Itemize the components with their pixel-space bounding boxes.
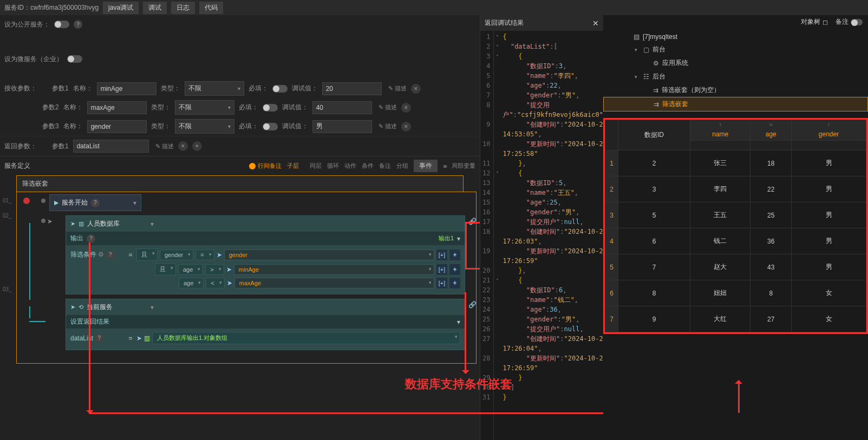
param-type-select[interactable]: 不限 — [175, 100, 234, 115]
cursor-icon: ➤ — [227, 279, 232, 287]
close-icon[interactable]: ✕ — [592, 19, 599, 28]
help-icon[interactable]: ? — [74, 20, 82, 29]
play-icon: ▶ — [54, 199, 58, 206]
param-type-select[interactable]: 不限 — [185, 81, 244, 96]
public-service-toggle[interactable] — [54, 21, 69, 28]
return-param-name-input[interactable] — [73, 140, 149, 153]
db-node[interactable]: ➤ ▥ 人员数据库 ▾ 输出 ? 输出1 ▾ 筛选条件 ⚙ ? — [66, 215, 465, 294]
param-debug-input[interactable] — [312, 101, 372, 114]
cursor-icon: ➤ — [226, 266, 232, 273]
group-tab[interactable]: 分组 — [396, 162, 408, 170]
service-def-bar: 服务定义 行间备注 子层 同层 循环 动作 条件 备注 分组 事件 ››› 局部… — [0, 156, 480, 175]
event-button[interactable]: 事件 — [414, 160, 438, 172]
param-required-toggle[interactable] — [272, 85, 288, 93]
note-tab[interactable]: 备注 — [379, 162, 391, 170]
group-button[interactable]: [+] — [436, 249, 447, 260]
group-button[interactable]: [+] — [436, 278, 447, 288]
tree-label: 后台 — [652, 72, 665, 81]
table-row[interactable]: 68妞妞8女 — [605, 280, 866, 306]
help-icon[interactable]: ? — [106, 251, 115, 259]
cube-icon: ◻ — [823, 18, 828, 26]
param-desc-link[interactable]: 描述 — [378, 122, 397, 130]
param-required-toggle[interactable] — [263, 104, 278, 111]
table-row[interactable]: 12张三18男 — [605, 150, 866, 176]
micro-service-toggle[interactable] — [67, 55, 82, 63]
value-input[interactable]: gender — [224, 249, 434, 260]
return-param-desc-link[interactable]: 描述 — [155, 142, 174, 150]
add-cond-button[interactable]: + — [449, 264, 460, 275]
json-output[interactable]: { "dataList":[ { "数据ID":3, "name":"李四", … — [500, 31, 603, 440]
tree-item[interactable]: ⚙应用系统 — [603, 56, 868, 70]
param-name-input[interactable] — [87, 120, 147, 133]
param-type-select[interactable]: 不限 — [175, 119, 234, 134]
tree-item[interactable]: ⇉筛选嵌套（则为空） — [603, 83, 868, 97]
service-id-label: 服务ID：cwfnf6ma3j500003hvyg — [4, 3, 99, 12]
tree-item[interactable]: ⇉筛选嵌套 — [603, 97, 868, 111]
table-row[interactable]: 46钱二36男 — [605, 228, 866, 254]
param-name-input[interactable] — [87, 101, 147, 114]
add-cond-button[interactable]: + — [449, 278, 460, 288]
chevron-down-icon[interactable]: ▾ — [457, 235, 460, 242]
field-select[interactable]: age — [179, 278, 204, 288]
same-level-tab[interactable]: 同层 — [310, 162, 322, 170]
loop-tab[interactable]: 循环 — [327, 162, 339, 170]
code-button[interactable]: 代码 — [199, 2, 223, 14]
op-select[interactable]: < — [206, 278, 224, 288]
param-desc-link[interactable]: 描述 — [388, 84, 407, 93]
cond-tab[interactable]: 条件 — [362, 162, 374, 170]
tree-item[interactable]: ▤[7]mysqltest — [603, 31, 868, 43]
chevron-down-icon[interactable]: ▾ — [457, 318, 460, 326]
remove-param-button[interactable]: × — [401, 103, 411, 113]
cursor-icon: ➤ — [136, 334, 142, 342]
action-tab[interactable]: 动作 — [344, 162, 356, 170]
table-row[interactable]: 79大红27女 — [605, 306, 866, 332]
tree-item[interactable]: ▾☷后台 — [603, 70, 868, 83]
help-icon[interactable]: ? — [91, 199, 100, 207]
tree-icon: ▢ — [643, 46, 649, 54]
debug-button[interactable]: 调试 — [143, 2, 167, 14]
param-debug-input[interactable] — [322, 82, 382, 95]
value-input[interactable]: minAge — [234, 264, 434, 275]
db-output-ref[interactable]: 人员数据库输出1.对象数组 — [152, 332, 460, 344]
current-service-node[interactable]: ➤ ⟲ 当前服务 ▾ 设置返回结果 ▾ dataList ? = — [66, 299, 465, 350]
local-var-tab[interactable]: 局部变量 — [452, 162, 475, 170]
inline-note-toggle[interactable]: 行间备注 — [258, 162, 282, 170]
chevron-down-icon[interactable]: ▾ — [133, 199, 136, 207]
tree-item[interactable]: ▾▢前台 — [603, 43, 868, 56]
param-required-toggle[interactable] — [263, 123, 278, 130]
link-icon[interactable]: 🔗 — [468, 301, 476, 308]
java-debug-button[interactable]: java调试 — [103, 2, 139, 14]
breakpoint-icon[interactable] — [23, 198, 30, 204]
chevron-down-icon[interactable]: ▾ — [151, 304, 154, 311]
param-name-input[interactable] — [97, 82, 156, 95]
link-icon[interactable]: 🔗 — [468, 218, 476, 225]
op-select[interactable]: > — [205, 264, 224, 275]
param-idx: 参数3 — [42, 122, 59, 131]
table-row[interactable]: 23李四22男 — [605, 176, 866, 202]
output-tag[interactable]: 输出1 — [439, 234, 454, 242]
add-cond-button[interactable]: + — [449, 249, 460, 260]
param-debug-input[interactable] — [312, 120, 372, 133]
table-row[interactable]: 35王五25男 — [605, 202, 866, 228]
object-tree-tab[interactable]: 对象树 ◻ — [801, 17, 828, 27]
service-start-node[interactable]: ▶服务开始?▾ — [49, 194, 141, 211]
table-row[interactable]: 57赵大43男 — [605, 254, 866, 280]
add-return-param-button[interactable]: + — [192, 141, 202, 151]
field-select[interactable]: age — [178, 264, 203, 275]
help-icon[interactable]: ? — [95, 334, 103, 343]
remove-param-button[interactable]: × — [411, 84, 421, 94]
field-select[interactable]: gender — [160, 249, 193, 260]
value-input[interactable]: maxAge — [234, 278, 434, 288]
and-operator-select[interactable]: 且 — [155, 263, 176, 275]
param-desc-link[interactable]: 描述 — [378, 103, 397, 111]
help-icon[interactable]: ? — [87, 234, 95, 243]
and-operator-select[interactable]: 且 — [136, 248, 158, 261]
remove-param-button[interactable]: × — [401, 122, 411, 132]
chevron-down-icon[interactable]: ▾ — [151, 220, 154, 228]
log-button[interactable]: 日志 — [171, 2, 195, 14]
sub-level-tab[interactable]: 子层 — [287, 162, 299, 170]
remove-return-param-button[interactable]: × — [178, 141, 188, 151]
note-tab[interactable]: 备注 — [836, 17, 863, 27]
op-select[interactable]: = — [195, 249, 214, 260]
group-button[interactable]: [+] — [436, 264, 447, 275]
